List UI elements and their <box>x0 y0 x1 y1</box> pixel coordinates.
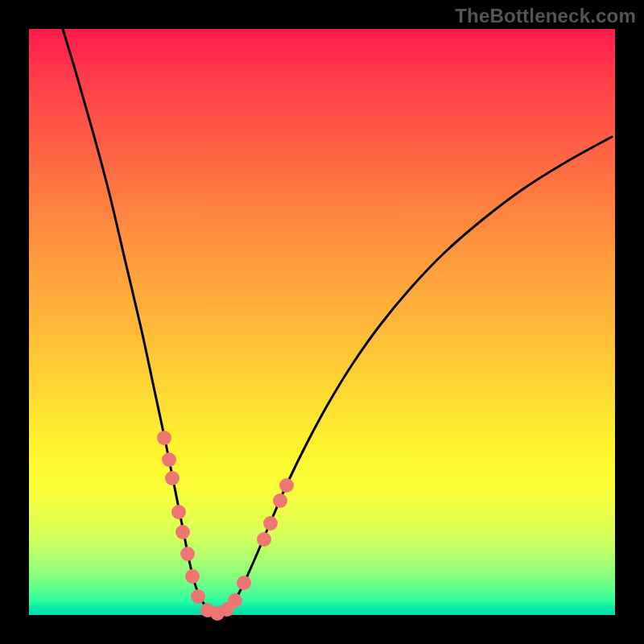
data-markers <box>157 431 294 621</box>
data-marker <box>157 431 171 445</box>
data-marker <box>263 516 278 530</box>
plot-area <box>29 29 615 615</box>
chart-frame: TheBottleneck.com <box>0 0 644 644</box>
data-marker <box>180 547 195 561</box>
bottleneck-curve <box>63 29 612 614</box>
data-marker <box>171 505 186 519</box>
chart-svg <box>29 29 615 615</box>
data-marker <box>191 589 205 604</box>
data-marker <box>279 478 294 493</box>
data-marker <box>273 493 287 508</box>
data-marker <box>257 532 271 547</box>
data-marker <box>175 525 190 539</box>
watermark-text: TheBottleneck.com <box>455 5 636 27</box>
data-marker <box>237 576 251 590</box>
data-marker <box>162 452 176 467</box>
data-marker <box>228 593 242 608</box>
data-marker <box>165 471 180 485</box>
data-marker <box>185 569 200 584</box>
